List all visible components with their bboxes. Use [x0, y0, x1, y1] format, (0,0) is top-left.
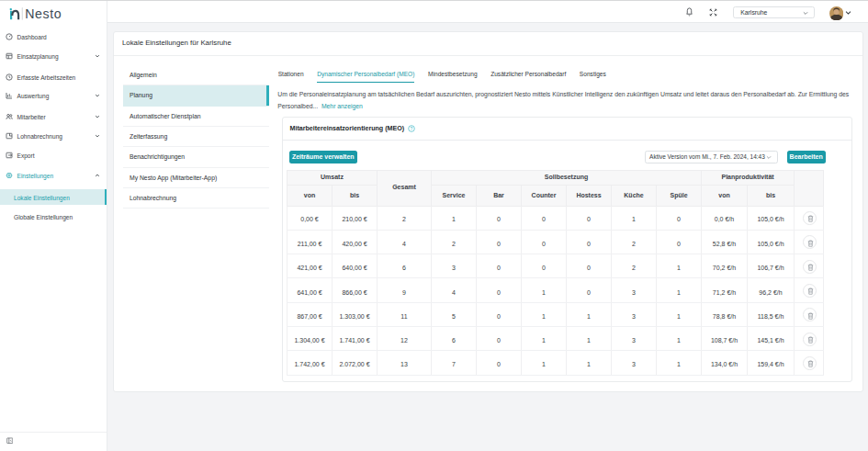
svg-text:?: ? — [411, 125, 413, 130]
svg-text:Nesto: Nesto — [25, 6, 62, 21]
